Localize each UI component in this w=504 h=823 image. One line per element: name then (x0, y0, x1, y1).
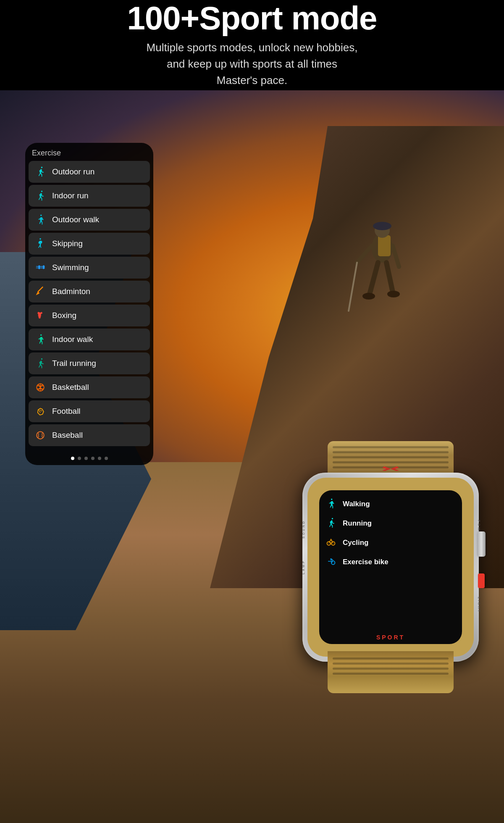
watch-screen-content: Walking Running Cycling Exercise bike (319, 490, 462, 644)
sport-name: Football (52, 407, 81, 416)
sport-icon-outdoor-run (34, 165, 47, 179)
sound-label: SOUND (302, 520, 305, 539)
pagination-dot[interactable] (78, 457, 81, 460)
svg-point-5 (330, 558, 331, 560)
watch-case: LAMP POWER SOUND LIGHT Walking Running C… (302, 473, 479, 662)
lamp-label: LAMP (302, 560, 305, 575)
watch-sport-name: Cycling (343, 539, 368, 547)
svg-point-4 (331, 561, 335, 565)
strap-top (328, 441, 454, 477)
svg-line-13 (386, 263, 393, 292)
svg-line-10 (357, 246, 372, 263)
sport-icon-indoor-run (34, 189, 47, 202)
pagination-dot[interactable] (105, 457, 108, 460)
watch-sport-name: Walking (343, 500, 370, 508)
sport-icon-baseball (34, 429, 47, 442)
watch-sport-row: Running (323, 515, 458, 531)
sport-name: Indoor run (52, 191, 89, 200)
sport-icon-swimming (34, 261, 47, 274)
smartwatch: LAMP POWER SOUND LIGHT Walking Running C… (290, 441, 491, 693)
watch-sport-name: Running (343, 519, 372, 528)
strap-bottom (328, 651, 454, 693)
pagination-dot[interactable] (98, 457, 101, 460)
sport-icon-badminton (34, 285, 47, 298)
watch-sport-icon (326, 498, 338, 510)
light-label: LIGHT (477, 597, 481, 613)
subtitle-line3: Master's pace. (217, 74, 287, 87)
sport-list-item[interactable]: Indoor walk (29, 329, 150, 350)
watch-sport-name: Exercise bike (343, 558, 388, 566)
svg-line-16 (349, 263, 357, 311)
sport-name: Boxing (52, 311, 76, 320)
exercise-label: Exercise (25, 143, 153, 161)
crown-button[interactable] (477, 531, 486, 557)
sport-name: Outdoor walk (52, 215, 99, 224)
sport-list-item[interactable]: Badminton (29, 281, 150, 302)
sport-list-item[interactable]: Boxing (29, 305, 150, 326)
sport-icon-basketball (34, 381, 47, 394)
sport-icon-trail-running (34, 357, 47, 370)
sport-name: Trail running (52, 359, 96, 368)
svg-line-12 (370, 263, 378, 294)
sport-list-item[interactable]: Indoor run (29, 185, 150, 207)
sport-name: Skipping (52, 239, 83, 248)
subtitle-line1: Multiple sports modes, unlock new hobbie… (147, 41, 358, 54)
header-section: 100+Sport mode Multiple sports modes, un… (0, 0, 504, 90)
sport-name: Basketball (52, 383, 89, 392)
svg-line-11 (393, 246, 399, 267)
pagination-dot[interactable] (84, 457, 88, 460)
svg-point-1 (37, 431, 44, 439)
sport-list-item[interactable]: Skipping (29, 233, 150, 255)
pagination-dot[interactable] (71, 457, 74, 460)
sport-icon-outdoor-walk (34, 213, 47, 226)
main-title: 100+Sport mode (127, 2, 377, 34)
hiker-figure (340, 181, 424, 329)
sport-list-item[interactable]: Football (29, 400, 150, 422)
watch-sport-icon (326, 518, 338, 529)
subtitle: Multiple sports modes, unlock new hobbie… (147, 39, 358, 89)
sport-name: Badminton (52, 287, 90, 296)
sport-list-item[interactable]: Outdoor run (29, 161, 150, 183)
watch-sport-icon (326, 537, 338, 549)
sport-icon-skipping (34, 237, 47, 250)
sport-list: Outdoor run Indoor run Outdoor walk Skip… (25, 161, 153, 452)
sport-label: SPORT (376, 634, 405, 641)
sport-list-item[interactable]: Basketball (29, 376, 150, 398)
svg-rect-7 (378, 235, 391, 256)
sport-name: Outdoor run (52, 167, 94, 176)
pagination-dots (25, 452, 153, 465)
sport-list-item[interactable]: Trail running (29, 352, 150, 374)
phone-panel: Exercise Outdoor run Indoor run Outdoor … (25, 143, 153, 465)
sport-icon-boxing (34, 309, 47, 322)
red-button[interactable] (478, 573, 485, 588)
svg-point-15 (387, 291, 400, 297)
watch-sport-row: Walking (323, 496, 458, 512)
svg-point-14 (362, 293, 375, 300)
sport-list-item[interactable]: Swimming (29, 257, 150, 279)
sport-name: Baseball (52, 431, 83, 440)
sport-list-item[interactable]: Baseball (29, 424, 150, 446)
sport-icon-indoor-walk (34, 333, 47, 346)
svg-point-9 (373, 222, 391, 230)
inner-bezel: Walking Running Cycling Exercise bike SP… (307, 478, 474, 657)
watch-screen: Walking Running Cycling Exercise bike SP… (319, 490, 462, 644)
watch-sport-row: Cycling (323, 535, 458, 551)
watch-sport-row: Exercise bike (323, 554, 458, 570)
sport-name: Swimming (52, 263, 89, 272)
subtitle-line2: and keep up with sports at all times (167, 58, 337, 70)
sport-list-item[interactable]: Outdoor walk (29, 209, 150, 231)
pagination-dot[interactable] (91, 457, 94, 460)
watch-sport-icon (326, 556, 338, 568)
sport-name: Indoor walk (52, 335, 93, 344)
sport-icon-football (34, 405, 47, 418)
